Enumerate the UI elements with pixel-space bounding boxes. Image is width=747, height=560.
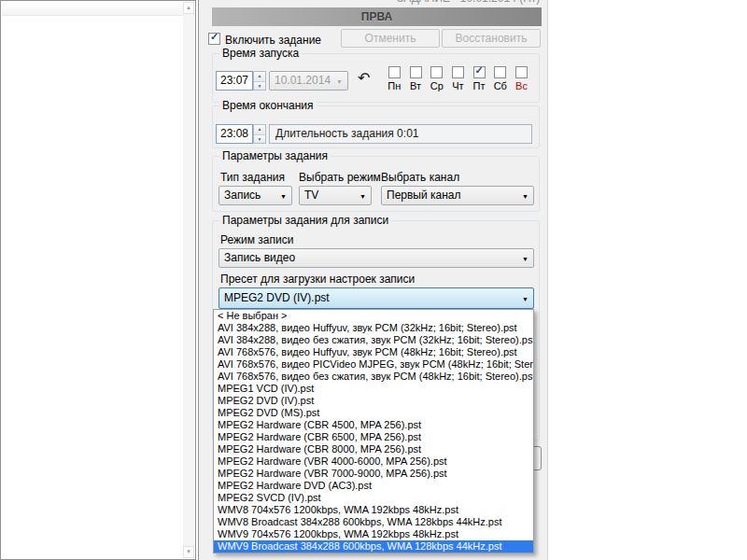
cancel-button[interactable]: Отменить — [341, 29, 440, 48]
preset-option[interactable]: < Не выбран > — [214, 310, 533, 322]
preset-option[interactable]: WMV9 704x576 1200kbps, WMA 192kbps 48kHz… — [214, 528, 533, 540]
day-column-thu: Чт — [447, 66, 469, 91]
day-label-tue: Вт — [410, 80, 421, 91]
end-time-input[interactable]: 23:08 — [216, 124, 253, 144]
task-list-panel: ▲ ▼ — [0, 0, 196, 560]
undo-button[interactable]: ↶ — [358, 72, 370, 85]
preset-option[interactable]: AVI 768x576, видео PICVideo MJPEG, звук … — [214, 358, 533, 371]
preset-option[interactable]: MPEG2 SVCD (IV).pst — [214, 492, 533, 504]
day-label-wed: Ср — [430, 80, 444, 91]
preset-option[interactable]: AVI 384x288, видео без сжатия, звук PCM … — [214, 334, 533, 346]
preset-option[interactable]: MPEG2 Hardware (VBR 7000-9000, MPA 256).… — [214, 468, 533, 480]
checkmark-icon: ✓ — [210, 31, 218, 43]
preset-label: Пресет для загрузки настроек записи — [220, 273, 415, 286]
record-mode-select[interactable]: Запись видео ▼ — [218, 248, 534, 268]
end-time-group-title: Время окончания — [219, 100, 317, 112]
spinner-up-icon[interactable]: ▲ — [254, 72, 265, 81]
restore-button[interactable]: Восстановить — [442, 29, 541, 48]
day-column-mon: Пн — [384, 66, 405, 91]
day-label-mon: Пн — [388, 80, 401, 91]
scroll-down-button[interactable]: ▼ — [183, 546, 194, 558]
day-checkbox-wed[interactable] — [430, 66, 443, 78]
enable-task-label: Включить задание — [225, 34, 321, 47]
preset-option[interactable]: MPEG2 Hardware DVD (AC3).pst — [214, 480, 533, 492]
task-list-scrollbar[interactable]: ▲ ▼ — [183, 2, 194, 558]
chevron-down-icon: ▼ — [522, 255, 529, 261]
day-column-fri: ✓ Пт — [469, 66, 490, 91]
day-checkbox-mon[interactable] — [388, 66, 401, 78]
start-time-input[interactable]: 23:07 — [216, 71, 253, 91]
preset-option[interactable]: AVI 384x288, видео Huffyuv, звук PCM (32… — [214, 322, 533, 334]
day-checkbox-fri[interactable]: ✓ — [473, 66, 486, 78]
channel-select[interactable]: Первый канал ▼ — [381, 186, 534, 205]
start-date-select[interactable]: 10.01.2014 ▼ — [269, 71, 348, 91]
preset-option[interactable]: MPEG1 VCD (IV).pst — [214, 383, 533, 395]
start-date-value: 10.01.2014 — [275, 72, 332, 90]
scroll-up-button[interactable]: ▲ — [183, 2, 194, 14]
end-time-group: Время окончания 23:08 ▲ ▼ Длительность з… — [212, 105, 540, 148]
day-checkbox-sun[interactable] — [515, 66, 528, 78]
spinner-down-icon[interactable]: ▼ — [254, 81, 265, 91]
preset-option[interactable]: WMV8 Broadcast 384x288 600kbps, WMA 128k… — [214, 516, 533, 528]
end-time-spinner[interactable]: ▲ ▼ — [253, 124, 266, 144]
day-label-sun: Вс — [515, 80, 528, 91]
clipped-task-summary: ЗАДАНИЕ - 10.01.2014 (Пт) — [397, 0, 548, 6]
start-time-spinner[interactable]: ▲ ▼ — [253, 71, 266, 91]
start-time-group-title: Время запуска — [219, 48, 302, 60]
task-params-group: Параметры задания Тип задания Выбрать ре… — [212, 156, 540, 212]
task-title-bar: ПРВА — [212, 7, 542, 26]
day-checkbox-sat[interactable] — [494, 66, 506, 78]
task-params-group-title: Параметры задания — [219, 150, 331, 162]
preset-option[interactable]: MPEG2 Hardware (CBR 4500, MPA 256).pst — [214, 419, 533, 431]
record-mode-label: Режим записи — [220, 233, 293, 246]
day-column-sat: Сб — [489, 66, 511, 91]
preset-option[interactable]: AVI 768x576, видео Huffyuv, звук PCM (48… — [214, 346, 533, 358]
preset-option[interactable]: MPEG2 Hardware (CBR 6500, MPA 256).pst — [214, 431, 533, 443]
spinner-up-icon[interactable]: ▲ — [254, 125, 265, 134]
chevron-down-icon: ▼ — [336, 77, 343, 84]
chevron-down-icon: ▼ — [280, 192, 287, 199]
chevron-down-icon: ▼ — [522, 295, 529, 301]
weekday-checkboxes: Пн Вт Ср Чт ✓ Пт — [384, 66, 535, 91]
day-label-fri: Пт — [473, 80, 486, 91]
preset-option[interactable]: MPEG2 DVD (MS).pst — [214, 407, 533, 419]
record-params-group-title: Параметры задания для записи — [219, 215, 391, 227]
task-type-label: Тип задания — [220, 171, 285, 184]
preset-option[interactable]: WMV8 704x576 1200kbps, WMA 192kbps 48kHz… — [214, 504, 533, 516]
mode-label: Выбрать режим — [299, 171, 381, 184]
task-editor-panel: ЗАДАНИЕ - 10.01.2014 (Пт) ПРВА ✓ Включит… — [198, 0, 548, 560]
preset-select[interactable]: MPEG2 DVD (IV).pst ▼ — [218, 287, 534, 309]
preset-option[interactable]: AVI 768x576, видео без сжатия, звук PCM … — [214, 371, 533, 383]
day-label-sat: Сб — [494, 80, 507, 91]
task-list-header — [2, 2, 183, 16]
day-checkbox-tue[interactable] — [410, 66, 422, 78]
preset-option[interactable]: MPEG2 DVD (IV).pst — [214, 395, 533, 407]
duration-field: Длительность задания 0:01 — [269, 124, 532, 144]
chevron-down-icon: ▼ — [522, 192, 529, 199]
day-label-thu: Чт — [452, 80, 463, 91]
preset-option[interactable]: MPEG2 Hardware (VBR 4000-6000, MPA 256).… — [214, 455, 533, 468]
spinner-down-icon[interactable]: ▼ — [254, 134, 265, 144]
channel-label: Выбрать канал — [381, 171, 459, 184]
day-checkbox-thu[interactable] — [452, 66, 464, 78]
preset-dropdown-list[interactable]: < Не выбран >AVI 384x288, видео Huffyuv,… — [213, 309, 534, 553]
task-type-select[interactable]: Запись ▼ — [218, 186, 292, 205]
day-column-tue: Вт — [405, 66, 427, 91]
app-window: ▲ ▼ ЗАДАНИЕ - 10.01.2014 (Пт) ПРВА ✓ Вкл… — [0, 0, 747, 560]
day-column-wed: Ср — [426, 66, 447, 91]
mode-select[interactable]: TV ▼ — [299, 186, 372, 205]
enable-task-checkbox[interactable]: ✓ — [208, 33, 220, 45]
chevron-down-icon: ▼ — [359, 192, 366, 199]
preset-option[interactable]: MPEG2 Hardware (CBR 8000, MPA 256).pst — [214, 443, 533, 455]
preset-option[interactable]: WMV9 Broadcast 384x288 600kbps, WMA 128k… — [214, 540, 533, 553]
start-time-group: Время запуска 23:07 ▲ ▼ 10.01.2014 ▼ ↶ П… — [212, 53, 540, 103]
day-column-sun: Вс — [511, 66, 532, 91]
